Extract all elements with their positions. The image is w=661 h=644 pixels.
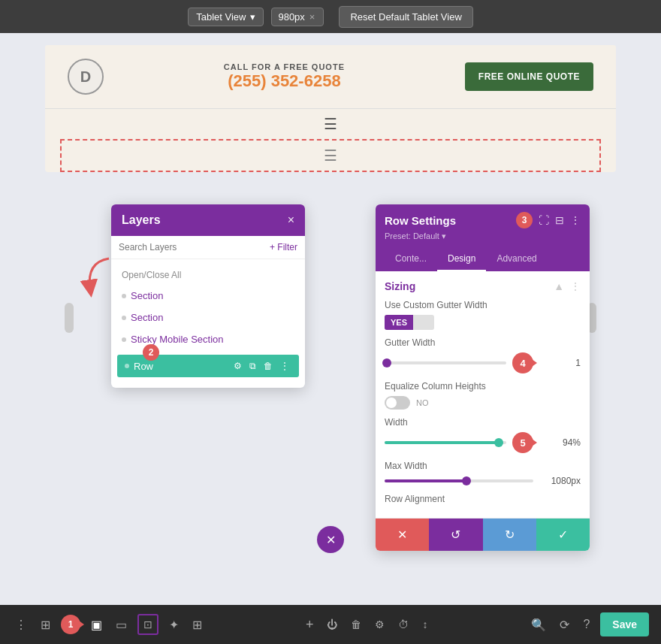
row-more-icon[interactable]: ⋮ xyxy=(278,360,291,372)
reset-button[interactable]: ↺ xyxy=(429,519,482,551)
sizing-more-icon[interactable]: ⋮ xyxy=(570,280,581,292)
max-width-label: Max Width xyxy=(385,461,581,471)
badge-arrow-5 xyxy=(532,439,541,446)
width-slider-thumb[interactable] xyxy=(494,438,503,447)
settings-icon[interactable]: ⚙ xyxy=(372,615,388,633)
layer-item-row-highlighted[interactable]: Row 2 ⚙ ⧉ 🗑 ⋮ xyxy=(117,355,299,377)
settings-icon[interactable]: ⚙ xyxy=(243,313,254,323)
layers-close-button[interactable]: × xyxy=(288,213,294,227)
row-delete-icon[interactable]: 🗑 xyxy=(261,360,275,372)
layers-search-input[interactable] xyxy=(119,242,224,252)
step-badge-5: 5 xyxy=(512,432,533,453)
cancel-button[interactable]: ✕ xyxy=(376,519,429,551)
more-options-icon[interactable]: ⋮ xyxy=(570,214,581,226)
more-icon[interactable]: ⋮ xyxy=(284,313,294,323)
equalize-label: Equalize Column Heights xyxy=(385,381,581,392)
duplicate-icon[interactable]: ⧉ xyxy=(257,313,267,323)
tab-design[interactable]: Design xyxy=(437,247,486,271)
sort-icon[interactable]: ↕ xyxy=(419,615,430,633)
help-icon[interactable]: ? xyxy=(580,615,593,634)
save-button[interactable]: Save xyxy=(600,612,649,636)
rs-preset[interactable]: Preset: Default ▾ xyxy=(385,231,581,241)
max-width-slider-thumb[interactable] xyxy=(462,476,471,485)
mobile-icon[interactable]: ▭ xyxy=(113,615,130,635)
more-options-icon[interactable]: ⋮ xyxy=(12,615,30,635)
width-slider-fill xyxy=(385,441,499,444)
site-contact-label: CALL FOR A FREE QUOTE xyxy=(224,62,345,71)
layer-item-sticky-section[interactable]: Sticky Mobile Section ⚙ ⧉ 🗑 ⋮ xyxy=(111,328,305,350)
width-slider-row: 5 94% xyxy=(385,432,581,453)
sizing-collapse-icon[interactable]: ▲ xyxy=(554,280,564,292)
tablet-icon[interactable]: ▣ xyxy=(88,615,105,635)
layers-search-bar: + Filter xyxy=(111,236,305,259)
site-phone: (255) 352-6258 xyxy=(224,71,345,91)
view-select[interactable]: Tablet View ▾ xyxy=(188,8,264,26)
row-alignment-label: Row Alignment xyxy=(385,494,581,504)
delete-icon[interactable]: 🗑 xyxy=(270,291,281,301)
duplicate-icon[interactable]: ⧉ xyxy=(257,334,267,345)
layer-name-row: Row xyxy=(134,361,227,372)
layer-name-section-1: Section xyxy=(131,290,239,301)
layout-icon[interactable]: ⊞ xyxy=(189,615,205,635)
redo-button[interactable]: ↻ xyxy=(483,519,536,551)
columns-icon[interactable]: ⊟ xyxy=(555,214,564,226)
layer-name-sticky: Sticky Mobile Section xyxy=(131,334,239,345)
floating-close-button[interactable]: ✕ xyxy=(317,526,344,553)
layer-item-section-1[interactable]: Section ⚙ ⧉ 🗑 ⋮ xyxy=(111,285,305,307)
width-value: 94% xyxy=(539,437,581,448)
width-label: Width xyxy=(385,417,581,428)
equalize-toggle-row: NO xyxy=(385,396,581,410)
width-slider-track[interactable] xyxy=(385,441,506,444)
px-input[interactable]: 980px × xyxy=(271,8,324,26)
add-element-icon[interactable]: + xyxy=(303,614,317,636)
grid-icon[interactable]: ⊞ xyxy=(38,615,53,635)
selected-row: ☰ xyxy=(60,139,601,172)
more-icon[interactable]: ⋮ xyxy=(284,291,294,301)
canvas: D CALL FOR A FREE QUOTE (255) 352-6258 F… xyxy=(0,33,661,602)
delete-icon[interactable]: 🗑 xyxy=(270,313,281,323)
layers-body: Open/Close All Section ⚙ ⧉ 🗑 ⋮ Section ⚙ xyxy=(111,259,305,388)
delete-icon[interactable]: 🗑 xyxy=(270,334,281,345)
site-cta-button[interactable]: FREE ONLINE QUOTE xyxy=(465,62,593,91)
max-width-slider-fill xyxy=(385,479,466,482)
reset-default-button[interactable]: Reset Default Tablet View xyxy=(339,6,472,28)
red-arrow-indicator xyxy=(79,255,116,303)
badge-arrow-1 xyxy=(79,621,88,628)
view-select-label: Tablet View xyxy=(196,11,246,23)
site-nav: ☰ xyxy=(45,108,616,139)
layer-name-section-2: Section xyxy=(131,312,239,323)
site-header: D CALL FOR A FREE QUOTE (255) 352-6258 F… xyxy=(45,45,616,108)
layers-filter-button[interactable]: + Filter xyxy=(270,242,297,252)
search-icon[interactable]: 🔍 xyxy=(528,615,549,635)
settings-icon[interactable]: ⚙ xyxy=(243,291,254,301)
confirm-button[interactable]: ✓ xyxy=(536,519,590,551)
row-duplicate-icon[interactable]: ⧉ xyxy=(247,360,258,372)
px-close-icon[interactable]: × xyxy=(309,11,315,23)
wireframe-icon[interactable]: ⊡ xyxy=(137,614,158,635)
left-resize-handle[interactable] xyxy=(65,303,74,333)
duplicate-icon[interactable]: ⧉ xyxy=(257,291,267,301)
tab-advanced[interactable]: Advanced xyxy=(486,247,547,271)
tab-content[interactable]: Conte... xyxy=(385,247,437,271)
max-width-slider-row: 1080px xyxy=(385,476,581,486)
layers-panel-header: Layers × xyxy=(111,204,305,236)
refresh-icon[interactable]: ⟳ xyxy=(557,615,572,635)
gutter-slider-thumb[interactable] xyxy=(382,358,391,367)
row-settings-icon[interactable]: ⚙ xyxy=(231,360,244,372)
snap-icon[interactable]: ✦ xyxy=(166,615,182,635)
power-icon[interactable]: ⏻ xyxy=(324,615,340,633)
settings-icon[interactable]: ⚙ xyxy=(243,334,254,345)
gutter-width-toggle[interactable]: YES xyxy=(385,315,434,330)
layers-title: Layers xyxy=(122,213,161,227)
layer-item-section-2[interactable]: Section ⚙ ⧉ 🗑 ⋮ xyxy=(111,307,305,328)
fullscreen-icon[interactable]: ⛶ xyxy=(539,214,549,226)
timer-icon[interactable]: ⏱ xyxy=(395,615,412,633)
trash-icon[interactable]: 🗑 xyxy=(348,615,364,633)
max-width-slider-track[interactable] xyxy=(385,479,533,482)
gutter-slider-track[interactable] xyxy=(385,361,506,364)
more-icon[interactable]: ⋮ xyxy=(284,334,294,345)
equalize-toggle[interactable] xyxy=(385,396,410,410)
step-badge-1: 1 xyxy=(61,615,80,634)
bottom-toolbar: ⋮ ⊞ 1 ▣ ▭ ⊡ ✦ ⊞ + ⏻ 🗑 ⚙ ⏱ ↕ 🔍 ⟳ ? Save xyxy=(0,605,661,644)
open-close-all[interactable]: Open/Close All xyxy=(111,265,305,285)
